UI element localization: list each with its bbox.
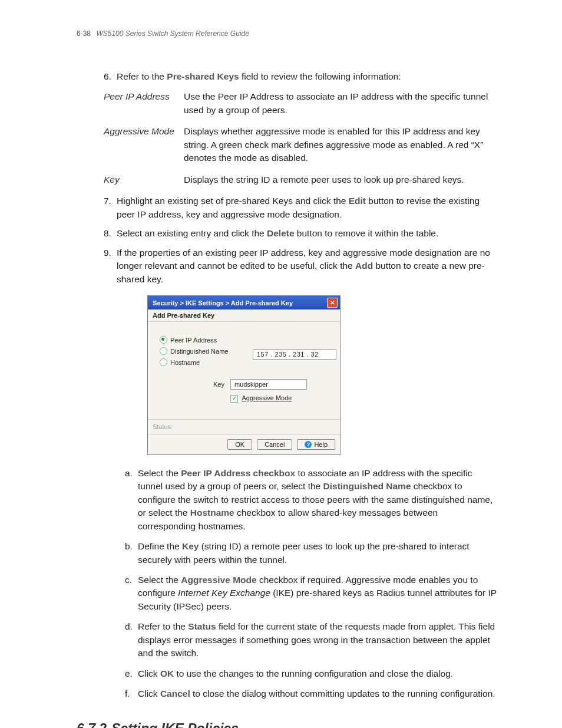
- step-8: 8. Select an existing entry and click th…: [104, 227, 497, 240]
- step-9: 9. If the properties of an existing peer…: [104, 246, 497, 286]
- radio-icon: [160, 347, 167, 355]
- term-pre-shared-keys: Pre-shared Keys: [167, 71, 239, 81]
- help-button[interactable]: ?Help: [297, 439, 335, 450]
- section-heading: 6.7.2Setting IKE Policies: [77, 721, 497, 728]
- def-key: Key Displays the string ID a remote peer…: [104, 173, 497, 186]
- term-delete: Delete: [267, 228, 295, 238]
- definition-table: Peer IP Address Use the Peer IP Address …: [104, 90, 497, 186]
- status-label: Status:: [148, 419, 340, 434]
- checkbox-icon: [230, 395, 238, 403]
- running-header: 6-38 WS5100 Series Switch System Referen…: [77, 29, 497, 38]
- doc-title: WS5100 Series Switch System Reference Gu…: [96, 29, 249, 38]
- ip-address-input[interactable]: 157 . 235 . 231 . 32: [253, 349, 336, 360]
- key-label: Key: [158, 381, 230, 388]
- dialog-subheading: Add Pre-shared Key: [148, 309, 340, 322]
- dialog-breadcrumb: Security > IKE Settings > Add Pre-shared…: [153, 299, 293, 307]
- dialog-titlebar: Security > IKE Settings > Add Pre-shared…: [148, 296, 340, 309]
- ok-button[interactable]: OK: [227, 439, 252, 450]
- term-edit: Edit: [349, 196, 366, 206]
- def-aggressive-mode: Aggressive Mode Displays whether aggress…: [104, 125, 497, 164]
- radio-icon: [160, 358, 167, 366]
- dialog-figure: Security > IKE Settings > Add Pre-shared…: [147, 295, 497, 455]
- radio-hostname[interactable]: Hostname: [158, 358, 247, 366]
- substep-b: b. Define the Key (string ID) a remote p…: [125, 540, 497, 566]
- radio-peer-ip[interactable]: Peer IP Address: [158, 336, 247, 344]
- term-add: Add: [355, 261, 373, 271]
- radio-icon: [160, 336, 167, 344]
- close-icon[interactable]: ✕: [327, 298, 338, 308]
- page-number: 6-38: [77, 29, 91, 38]
- substep-e: e. Click OK to use the changes to the ru…: [125, 667, 497, 680]
- substep-c: c. Select the Aggressive Mode checkbox i…: [125, 574, 497, 613]
- key-input[interactable]: mudskipper: [230, 379, 307, 390]
- step-7: 7. Highlight an existing set of pre-shar…: [104, 195, 497, 221]
- step-6: 6. Refer to the Pre-shared Keys field to…: [104, 70, 497, 83]
- def-peer-ip: Peer IP Address Use the Peer IP Address …: [104, 90, 497, 117]
- substep-d: d. Refer to the Status field for the cur…: [125, 620, 497, 660]
- aggressive-mode-checkbox[interactable]: Aggressive Mode: [230, 394, 329, 403]
- substep-f: f. Click Cancel to close the dialog with…: [125, 687, 497, 700]
- cancel-button[interactable]: Cancel: [257, 439, 292, 450]
- substep-a: a. Select the Peer IP Address checkbox t…: [125, 467, 497, 533]
- radio-distinguished-name[interactable]: Distinguished Name: [158, 347, 247, 355]
- add-preshared-key-dialog: Security > IKE Settings > Add Pre-shared…: [147, 295, 340, 455]
- page: 6-38 WS5100 Series Switch System Referen…: [0, 0, 562, 728]
- help-icon: ?: [305, 441, 312, 448]
